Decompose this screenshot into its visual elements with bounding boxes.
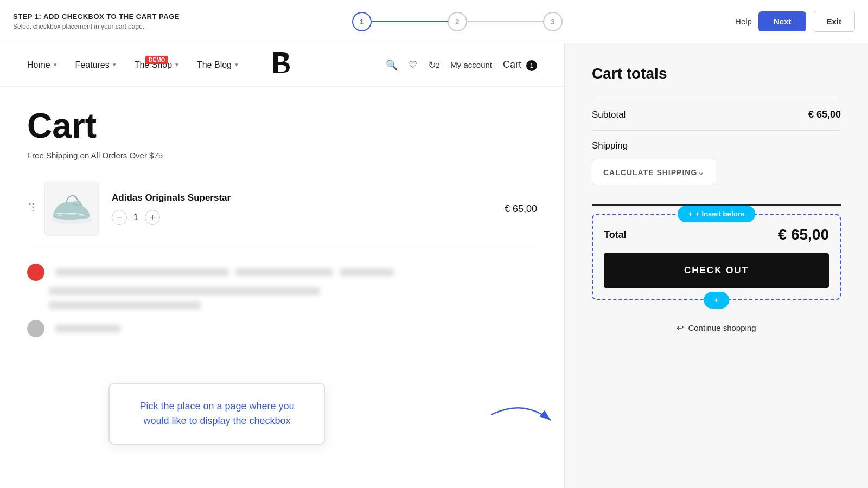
dashed-insert-box: + + Insert before Total € 65,00 CHECK OU…: [592, 214, 841, 300]
step-subtitle: Select checkbox placement in your cart p…: [13, 23, 180, 30]
chevron-icon: ▼: [112, 62, 117, 68]
chevron-icon: ▼: [174, 62, 180, 68]
blurred-text-3: [340, 268, 394, 276]
quantity-value: 1: [133, 213, 138, 222]
cart-icon[interactable]: Cart 1: [503, 59, 537, 71]
compare-count: 2: [436, 62, 440, 69]
right-panel: Cart totals Subtotal € 65,00 Shipping CA…: [564, 43, 868, 488]
blurred-text-1: [55, 268, 229, 276]
cart-totals-title: Cart totals: [592, 65, 841, 82]
left-panel: Home ▼ Features ▼ DEMO The Shop ▼ The Bl…: [0, 43, 564, 488]
total-row: Total € 65,00: [604, 226, 829, 243]
chevron-down-icon: ⌄: [697, 167, 705, 177]
step-info: STEP 1: ADD CHECKBOX TO THE CART PAGE Se…: [13, 12, 180, 30]
step-3-circle: 3: [543, 12, 563, 31]
total-value: € 65,00: [778, 226, 829, 243]
quantity-increase-button[interactable]: +: [145, 210, 160, 225]
nav-shop[interactable]: DEMO The Shop ▼: [135, 60, 180, 70]
chevron-icon: ▼: [53, 62, 58, 68]
curved-arrow-icon: [491, 393, 556, 436]
cart-heading: Cart: [27, 108, 537, 143]
step-2-circle: 2: [448, 12, 467, 31]
subtotal-label: Subtotal: [592, 110, 626, 120]
top-bar: STEP 1: ADD CHECKBOX TO THE CART PAGE Se…: [0, 0, 868, 43]
remove-item-icon[interactable]: ⠹: [27, 202, 36, 216]
quantity-control: − 1 +: [112, 210, 505, 225]
checkout-button[interactable]: CHECK OUT: [604, 253, 829, 288]
continue-icon: ↩: [676, 323, 684, 333]
shipping-section: Shipping CALCULATE SHIPPING ⌄: [592, 130, 841, 195]
step-1-circle: 1: [352, 12, 372, 31]
progress-line-2: [467, 21, 543, 22]
svg-point-1: [73, 201, 81, 206]
wishlist-icon[interactable]: ♡: [409, 59, 417, 71]
step-title: STEP 1: ADD CHECKBOX TO THE CART PAGE: [13, 12, 180, 21]
exit-button[interactable]: Exit: [813, 11, 855, 32]
progress-line-1: [372, 21, 448, 22]
product-price: € 65,00: [505, 203, 537, 215]
my-account-link[interactable]: My account: [450, 60, 492, 69]
tooltip-popup: Pick the place on a page where you would…: [108, 383, 326, 445]
main-layout: Home ▼ Features ▼ DEMO The Shop ▼ The Bl…: [0, 43, 868, 488]
help-button[interactable]: Help: [735, 17, 752, 26]
nav-blog[interactable]: The Blog ▼: [197, 60, 239, 70]
navigation: Home ▼ Features ▼ DEMO The Shop ▼ The Bl…: [0, 43, 564, 87]
product-info: Adidas Originals Superstar − 1 +: [112, 192, 505, 225]
calculate-shipping-button[interactable]: CALCULATE SHIPPING ⌄: [592, 159, 716, 185]
blurred-text-4: [49, 287, 320, 295]
top-actions: Help Next Exit: [735, 11, 855, 32]
subtotal-value: € 65,00: [808, 109, 841, 120]
calculate-shipping-label: CALCULATE SHIPPING: [603, 168, 697, 177]
product-image: [44, 182, 99, 236]
nav-links: Home ▼ Features ▼ DEMO The Shop ▼ The Bl…: [27, 60, 239, 70]
plus-icon: +: [688, 210, 693, 218]
total-label: Total: [604, 229, 627, 241]
next-button[interactable]: Next: [758, 11, 807, 31]
blurred-content-area: [0, 264, 564, 337]
subtotal-row: Subtotal € 65,00: [592, 99, 841, 130]
product-name: Adidas Originals Superstar: [112, 192, 505, 203]
demo-badge: DEMO: [145, 56, 168, 64]
continue-shopping-label: Continue shopping: [688, 323, 756, 332]
nav-home[interactable]: Home ▼: [27, 60, 58, 70]
blurred-text-5: [49, 301, 201, 309]
insert-before-button[interactable]: + + Insert before: [678, 206, 756, 222]
search-icon[interactable]: 🔍: [386, 59, 398, 71]
progress-bar: 1 2 3: [352, 12, 563, 31]
nav-features[interactable]: Features ▼: [75, 60, 117, 70]
gray-dot-icon: [27, 320, 44, 337]
insert-before-label: + Insert before: [695, 210, 744, 218]
cart-content: Cart Free Shipping on All Orders Over $7…: [0, 87, 564, 247]
red-dot-icon: [27, 264, 44, 281]
site-logo[interactable]: [268, 50, 296, 80]
compare-icon[interactable]: ↻2: [428, 59, 440, 71]
chevron-icon: ▼: [234, 62, 239, 68]
blurred-text-6: [55, 325, 120, 332]
shipping-label: Shipping: [592, 140, 841, 151]
insert-after-button[interactable]: +: [704, 292, 730, 309]
cart-count: 1: [526, 60, 537, 71]
quantity-decrease-button[interactable]: −: [112, 210, 127, 225]
cart-item: ⠹ Adidas Originals Superstar: [27, 182, 537, 247]
blurred-text-2: [235, 268, 333, 276]
plus-icon: +: [714, 296, 719, 304]
nav-right-icons: 🔍 ♡ ↻2 My account Cart 1: [386, 59, 537, 71]
continue-shopping-link[interactable]: ↩ Continue shopping: [592, 323, 841, 333]
cart-subtitle: Free Shipping on All Orders Over $75: [27, 151, 537, 160]
tooltip-text: Pick the place on a page where you would…: [131, 399, 303, 428]
